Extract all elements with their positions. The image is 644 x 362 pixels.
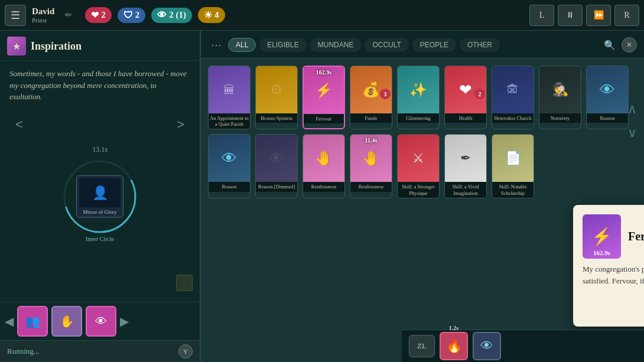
tooltip-card-preview: ⚡ 162.9s	[583, 214, 621, 259]
bottom-card-1-icon: 👥	[25, 314, 40, 328]
bottom-card-2[interactable]: 👁	[473, 332, 501, 360]
bottom-card-1-timer: 1.2s	[441, 325, 467, 331]
card-heterodox-church-name: Heterodox Church	[492, 113, 534, 123]
card-reason-dimmed[interactable]: 👁 Reason [Dimmed]	[255, 134, 298, 198]
tooltip-actions: 👥 ⚙ 2	[583, 293, 644, 317]
card-skill-scholarship[interactable]: 📄 Skill: Notable Scholarship	[492, 134, 534, 198]
card-health-image: ❤ 2	[445, 66, 486, 113]
search-button[interactable]: 🔍	[601, 37, 618, 53]
timer-area: 13.1s 👤 Mirror of Glory Inner Circle	[0, 139, 200, 244]
card-heterodox-church[interactable]: 🏚 Heterodox Church	[492, 66, 534, 129]
filter-all[interactable]: ALL	[228, 38, 256, 52]
card-reason-dimmed-image: 👁	[256, 135, 297, 182]
tooltip-card-timer: 162.9s	[583, 249, 621, 256]
bottom-card-3-icon: 👁	[95, 315, 107, 328]
card-glimmering-name: Glimmering	[398, 113, 439, 123]
filter-mundane[interactable]: MUNDANE	[310, 38, 362, 52]
card-skill-scholarship-name: Skill: Notable Scholarship	[492, 182, 534, 197]
card-restlessness2-image: 🤚 11.4s	[350, 135, 392, 182]
stat-heart: ❤ 2	[85, 7, 112, 23]
ctrl-fast-forward[interactable]: ⏩	[586, 5, 611, 26]
card-skill-physique-name: Skill: a Stronger Physique	[398, 182, 439, 197]
panel-nav: < >	[0, 110, 200, 139]
card-appointment-name: An Appointment to a Quiet Parish	[209, 113, 250, 129]
timer-card-name: Mirror of Glory	[79, 208, 121, 215]
y-button[interactable]: Y	[178, 344, 193, 358]
card-restlessness1[interactable]: 🤚 Restlessness	[303, 134, 345, 198]
inspiration-title: Inspiration	[31, 40, 82, 53]
cards-grid: 🏛 An Appointment to a Quiet Parish ⚙ Bro…	[201, 58, 644, 206]
zl-button[interactable]: ZL	[409, 335, 435, 357]
filter-other[interactable]: OTHER	[460, 38, 500, 52]
bottom-nav: ◀ 👥 ✋ 👁 ▶	[0, 302, 200, 340]
gold-value: 4	[214, 10, 219, 20]
card-heterodox-church-image: 🏚	[492, 66, 534, 113]
card-health-badge: 2	[474, 89, 485, 99]
bottom-card-3[interactable]: 👁	[86, 306, 116, 337]
filter-eligible[interactable]: ELIGIBLE	[259, 38, 306, 52]
card-fervour[interactable]: ⚡ 162.9s Fervour	[303, 66, 345, 129]
timer-value: 13.1s	[92, 145, 108, 154]
card-bronze-spintria[interactable]: ⚙ Bronze Spintria	[255, 66, 298, 129]
card-reason2[interactable]: 👁 Reason	[208, 134, 251, 198]
blue-value: 2	[135, 10, 140, 20]
deco-square	[176, 275, 193, 291]
nav-arrow-down[interactable]: ∨	[627, 125, 637, 141]
bottom-card-2[interactable]: ✋	[51, 306, 82, 337]
bottom-card-2-icon: 👁	[480, 338, 493, 354]
stat-eye: 👁 2 (1)	[151, 8, 192, 23]
eye-icon: 👁	[157, 10, 167, 21]
bottom-card-1[interactable]: 👥	[17, 306, 48, 337]
edit-icon[interactable]: ✏	[65, 10, 72, 20]
timer-card[interactable]: 👤 Mirror of Glory	[76, 175, 123, 218]
filter-occult[interactable]: OCCULT	[365, 38, 408, 52]
panel-nav-left[interactable]: <	[9, 115, 29, 135]
nav-arrow-up[interactable]: ∧	[627, 102, 637, 117]
bottom-nav-right[interactable]: ▶	[120, 314, 129, 328]
filter-bar: ⋯ ALL ELIGIBLE MUNDANE OCCULT PEOPLE OTH…	[201, 31, 644, 58]
ctrl-pause[interactable]: ⏸	[558, 5, 583, 26]
tooltip-card-icon: ⚡	[591, 227, 612, 246]
inspiration-header: ★ Inspiration	[0, 31, 200, 61]
card-appointment[interactable]: 🏛 An Appointment to a Quiet Parish	[208, 66, 251, 129]
bottom-nav-left[interactable]: ◀	[5, 314, 14, 328]
card-notoriety[interactable]: 🕵 Notoriety	[539, 66, 581, 129]
left-panel: ★ Inspiration Sometimes, my words - and …	[0, 31, 201, 362]
heart-value: 2	[101, 10, 106, 20]
inspiration-icon: ★	[7, 37, 26, 56]
card-notoriety-name: Notoriety	[539, 113, 581, 123]
card-glimmering[interactable]: ✨ Glimmering	[397, 66, 440, 129]
card-bronze-spintria-image: ⚙	[256, 66, 297, 113]
card-bronze-spintria-name: Bronze Spintria	[256, 113, 297, 123]
close-filter-button[interactable]: ✕	[622, 37, 637, 53]
card-skill-physique[interactable]: ⚔ Skill: a Stronger Physique	[397, 134, 440, 198]
timer-card-image: 👤	[79, 178, 121, 207]
card-notoriety-image: 🕵	[539, 66, 581, 113]
panel-nav-right[interactable]: >	[171, 115, 190, 135]
topbar-controls: L ⏸ ⏩ R	[529, 5, 639, 26]
ctrl-l[interactable]: L	[529, 5, 554, 26]
card-funds-badge: 3	[380, 89, 391, 99]
tooltip-title: Fervour	[628, 230, 644, 243]
card-skill-imagination[interactable]: ✒ Skill: a Vivid Imagination	[444, 134, 487, 198]
bottom-card-1-icon: 🔥	[446, 338, 462, 354]
menu-button[interactable]: ☰	[5, 5, 26, 26]
card-funds-image: 💰 3	[350, 66, 392, 113]
stat-blue: 🛡 2	[118, 8, 146, 23]
ctrl-r[interactable]: R	[614, 5, 639, 26]
bottom-card-1[interactable]: 1.2s 🔥	[440, 332, 468, 360]
filter-people[interactable]: PEOPLE	[412, 38, 456, 52]
card-restlessness1-name: Restlessness	[303, 182, 344, 191]
card-funds[interactable]: 💰 3 Funds	[350, 66, 392, 129]
card-reason1[interactable]: 👁 Reason	[586, 66, 629, 129]
card-funds-name: Funds	[350, 113, 392, 123]
card-glimmering-image: ✨	[398, 66, 439, 113]
card-fervour-image: ⚡ 162.9s	[304, 67, 344, 114]
filter-dots-icon: ⋯	[208, 37, 225, 53]
character-role: Priest	[32, 17, 54, 24]
card-restlessness2[interactable]: 🤚 11.4s Restlessness	[350, 134, 392, 198]
card-reason1-image: 👁	[587, 66, 628, 113]
card-reason1-name: Reason	[587, 113, 628, 123]
inspiration-symbol: ★	[12, 41, 21, 52]
card-health[interactable]: ❤ 2 Health	[444, 66, 487, 129]
